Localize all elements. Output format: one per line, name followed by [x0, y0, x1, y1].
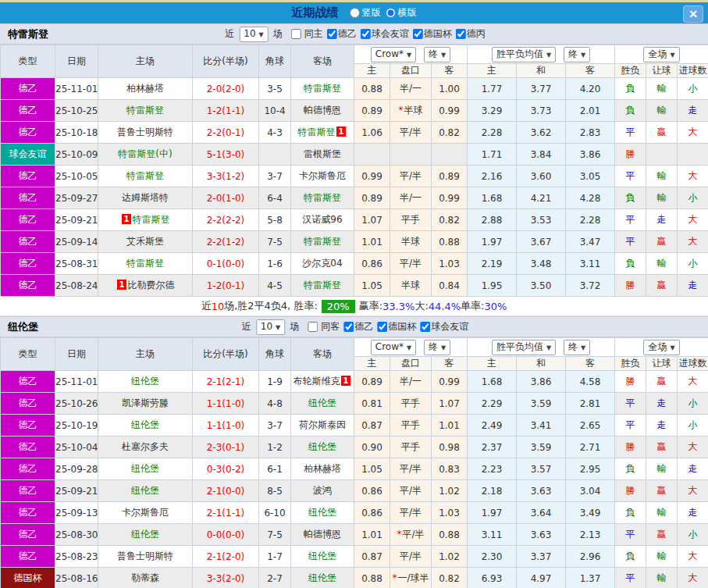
home-odds-cell: 0.90 — [354, 437, 390, 458]
home-odds-cell: 1.07 — [354, 209, 390, 231]
home-team-cell: 特雷斯登 — [98, 100, 193, 122]
chevron-down-icon: ▼ — [259, 31, 264, 38]
same-venue-checkbox[interactable] — [308, 322, 318, 332]
league-checkbox[interactable] — [420, 322, 430, 332]
avg-lose-cell: 2.28 — [566, 209, 615, 231]
league-filter-0[interactable]: 德乙 — [323, 27, 357, 41]
league-filter-3[interactable]: 德丙 — [452, 27, 486, 41]
date-cell: 25-08-23 — [55, 546, 98, 568]
league-checkbox[interactable] — [327, 29, 337, 39]
rank-badge: 1 — [122, 214, 132, 224]
home-team-cell: 普鲁士明斯特 — [98, 546, 193, 568]
avg-source-select[interactable]: 胜平负均值▼ — [492, 47, 556, 62]
odds-final-select[interactable]: 终▼ — [424, 340, 450, 355]
away-odds-cell: 0.82 — [432, 568, 468, 588]
handicap-value: 平手 — [401, 214, 420, 225]
away-team-name: 特雷斯登 — [304, 192, 341, 203]
handicap-result-cell: 輸 — [646, 568, 678, 588]
result-cell-value: 平 — [626, 214, 635, 225]
col-header-handicap-result: 让球 — [646, 64, 678, 78]
odds-final-select[interactable]: 终▼ — [424, 47, 450, 62]
league-checkbox[interactable] — [361, 29, 371, 39]
avg-source-select[interactable]: 胜平负均值▼ — [492, 340, 556, 355]
home-team-name: 普鲁士明斯特 — [117, 127, 173, 137]
away-team-cell: 波鸿 — [291, 480, 354, 502]
avg-lose-cell: 3.04 — [566, 480, 615, 502]
avg-draw-cell: 4.97 — [517, 568, 566, 588]
avg-lose-cell: 4.28 — [566, 187, 615, 209]
record-summary: 近10场,胜2平4负4, 胜率:20%赢率:33.3% 大:44.4% 单率:3… — [0, 297, 708, 316]
col-header-score: 比分(半场) — [193, 45, 259, 78]
avg-draw-cell: 3.57 — [517, 458, 566, 480]
avg-final-select[interactable]: 终▼ — [564, 47, 590, 62]
league-cell: 德乙 — [1, 166, 55, 187]
score-value: 3-3(1-2) — [207, 171, 245, 182]
chevron-down-icon: ▼ — [546, 344, 551, 351]
league-filter-0[interactable]: 德乙 — [340, 320, 373, 333]
home-team-name: 特雷斯登 — [126, 170, 164, 181]
handicap-cell: *平/半 — [390, 524, 432, 546]
handicap-result-cell: 輸 — [646, 502, 678, 524]
home-team-cell: 1比勒费尔德 — [98, 275, 193, 297]
view-mode-radio-input[interactable] — [386, 8, 396, 18]
match-row: 德乙25-10-25特雷斯登1-2(1-1)10-4帕德博恩0.89*半球0.9… — [1, 100, 708, 122]
handicap-value: 平/半 — [400, 485, 422, 496]
league-filter-2[interactable]: 球会友谊 — [416, 320, 468, 333]
chevron-down-icon: ▼ — [276, 324, 280, 331]
col-header-odds-away: 客 — [432, 357, 468, 371]
col-header-goals: 进球数 — [678, 64, 708, 78]
avg-final-select[interactable]: 终▼ — [564, 340, 590, 355]
same-venue-filter[interactable]: 同客 — [301, 320, 340, 333]
league-checkbox[interactable] — [456, 29, 466, 39]
odds-source-select[interactable]: Crow*▼ — [371, 47, 416, 62]
view-mode-radio-input[interactable] — [350, 8, 360, 18]
away-team-cell: 纽伦堡 — [291, 568, 354, 588]
scope-select[interactable]: 全场▼ — [643, 340, 679, 355]
league-cell: 德乙 — [1, 502, 55, 524]
view-mode-radio-0[interactable]: 竖版 — [350, 6, 381, 20]
close-button[interactable]: ✕ — [683, 5, 703, 23]
away-odds-cell: 0.99 — [432, 100, 468, 122]
same-venue-checkbox[interactable] — [291, 29, 301, 39]
result-cell: 負 — [615, 253, 646, 275]
league-filter-1[interactable]: 德国杯 — [373, 320, 416, 333]
result-cell: 負 — [615, 502, 646, 524]
avg-win-cell: 2.37 — [468, 437, 517, 458]
league-filter-1[interactable]: 球会友谊 — [357, 27, 409, 41]
games-count-select[interactable]: 10▼ — [256, 319, 285, 335]
away-odds-cell: 0.82 — [432, 209, 468, 231]
away-team-cell: 柏林赫塔 — [291, 458, 354, 480]
handicap-result-cell: 贏 — [646, 437, 678, 458]
scope-select[interactable]: 全场▼ — [643, 47, 679, 62]
score-cell: 2-1(1-1) — [193, 502, 259, 524]
league-filter-label: 德国杯 — [388, 320, 416, 333]
league-checkbox[interactable] — [343, 322, 354, 332]
match-table: 类型 日期 主场 比分(半场) 角球 客场 Crow*▼ 终▼ 胜平负均值▼ 终… — [0, 337, 708, 588]
odds-source-select[interactable]: Crow*▼ — [371, 340, 416, 355]
home-team-cell: 艾禾斯堡 — [98, 231, 193, 253]
home-team-name: 特雷斯登(中) — [118, 148, 172, 159]
away-team-cell: 特雷斯登 — [291, 275, 354, 297]
col-header-type: 类型 — [1, 45, 55, 78]
avg-draw-cell: 3.86 — [517, 371, 566, 393]
games-count-select[interactable]: 10▼ — [239, 27, 268, 42]
handicap-result-cell: 輸 — [646, 100, 678, 122]
date-cell: 25-10-05 — [55, 166, 98, 187]
col-header-avg-away: 客 — [566, 357, 615, 371]
league-cell: 德乙 — [1, 524, 55, 546]
chevron-down-icon: ▼ — [441, 344, 446, 351]
view-mode-radio-1[interactable]: 横版 — [386, 6, 417, 20]
avg-draw-cell: 3.62 — [517, 122, 566, 144]
away-team-name: 纽伦堡 — [308, 551, 336, 561]
home-odds-cell: 0.88 — [354, 78, 390, 100]
away-odds-cell: 1.00 — [432, 78, 468, 100]
same-venue-filter[interactable]: 同主 — [285, 27, 323, 41]
league-checkbox[interactable] — [377, 322, 387, 332]
home-odds-cell: 0.89 — [354, 100, 390, 122]
avg-lose-cell: 3.72 — [566, 275, 615, 297]
league-cell: 德乙 — [1, 78, 55, 100]
handicap-value: 平手 — [401, 397, 420, 408]
league-checkbox[interactable] — [413, 29, 423, 39]
avg-win-cell: 2.18 — [468, 480, 517, 502]
league-filter-2[interactable]: 德国杯 — [409, 27, 452, 41]
